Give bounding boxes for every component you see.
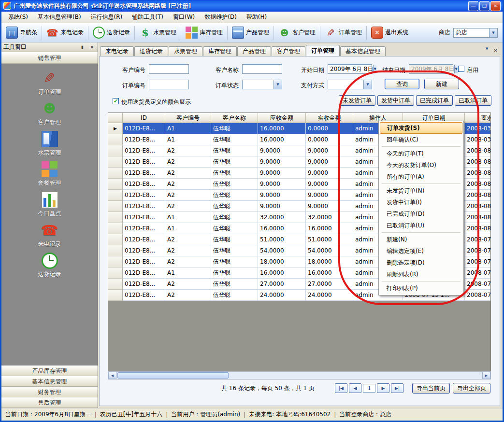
grid-cell[interactable]: A2: [165, 256, 211, 267]
toolbar-button-water-ticket[interactable]: 水票管理: [137, 25, 179, 40]
sidebar-item-1[interactable]: 客户管理: [1, 98, 98, 128]
customer-name-input[interactable]: [242, 64, 282, 74]
grid-cell[interactable]: 伍华聪: [211, 245, 258, 256]
sidebar-item-3[interactable]: 套餐管理: [1, 159, 98, 189]
context-menu-item-4[interactable]: 今天的发货订单(O): [380, 159, 462, 171]
row-header[interactable]: [108, 256, 123, 267]
current-page-input[interactable]: [363, 384, 375, 393]
row-header[interactable]: [108, 279, 123, 290]
grid-cell[interactable]: 012D-E8...: [123, 190, 165, 201]
grid-cell[interactable]: 16.0000: [258, 123, 306, 134]
scroll-right-icon[interactable]: ▶: [482, 372, 490, 379]
grid-cell[interactable]: 伍华聪: [211, 290, 258, 301]
row-header[interactable]: [108, 212, 123, 223]
grid-cell[interactable]: 16.0000: [258, 223, 306, 234]
grid-cell[interactable]: 伍华聪: [211, 156, 258, 168]
tab-3[interactable]: 库存管理: [203, 46, 237, 56]
grid-cell[interactable]: A2: [165, 290, 211, 301]
next-page-button[interactable]: ▶: [377, 383, 389, 393]
grid-cell[interactable]: 9.0000: [258, 190, 306, 201]
grid-cell[interactable]: A2: [165, 190, 211, 201]
grid-cell[interactable]: 012D-E8...: [123, 267, 165, 279]
grid-cell[interactable]: 2008-03-0...: [465, 123, 491, 134]
grid-cell[interactable]: 9.0000: [306, 179, 353, 190]
grid-cell[interactable]: 32.0000: [306, 212, 353, 223]
toolbar-button-exit[interactable]: 退出系统: [369, 25, 411, 40]
enable-checkbox[interactable]: [458, 66, 464, 72]
close-icon[interactable]: [490, 1, 501, 11]
grid-cell[interactable]: 2008-03-0...: [465, 134, 491, 145]
grid-cell[interactable]: 2008-08-1...: [465, 145, 491, 156]
grid-cell[interactable]: 9.0000: [258, 145, 306, 156]
tab-7[interactable]: 基本信息管理: [340, 46, 386, 56]
close-icon[interactable]: [88, 43, 96, 51]
prev-page-button[interactable]: ◀: [349, 383, 361, 393]
sidebar-item-2[interactable]: 水票管理: [1, 128, 98, 159]
chevron-down-icon[interactable]: [274, 80, 282, 89]
toolbar-button-call-log[interactable]: 来电记录: [44, 25, 86, 40]
export-all-pages-button[interactable]: 导出全部页: [453, 383, 490, 394]
column-header-2[interactable]: 客户名称: [211, 113, 258, 123]
grid-cell[interactable]: 伍华聪: [211, 123, 258, 134]
row-header[interactable]: [108, 234, 123, 245]
grid-cell[interactable]: A1: [165, 134, 211, 145]
maximize-icon[interactable]: [479, 1, 490, 11]
chevron-down-icon[interactable]: [373, 65, 376, 73]
context-menu-item-9[interactable]: 已完成订单(D): [380, 208, 462, 220]
row-header[interactable]: [108, 134, 123, 145]
scroll-left-icon[interactable]: ◀: [108, 372, 116, 379]
context-menu-item-0[interactable]: 订单发货(S): [380, 122, 462, 134]
start-date-picker[interactable]: 2009年 6月 8日: [328, 64, 372, 74]
row-header[interactable]: [108, 123, 123, 134]
column-header-0[interactable]: ID: [123, 113, 165, 123]
grid-cell[interactable]: 012D-E8...: [123, 245, 165, 256]
grid-cell[interactable]: 18.0000: [306, 256, 353, 267]
context-menu-item-8[interactable]: 发货中订单(I): [380, 197, 462, 208]
status-filter-button-3[interactable]: 已取消订单: [455, 95, 491, 106]
column-header-1[interactable]: 客户编号: [165, 113, 211, 123]
query-button[interactable]: 查询: [385, 79, 419, 89]
pin-icon[interactable]: [79, 43, 86, 51]
minimize-icon[interactable]: [468, 1, 478, 11]
grid-cell[interactable]: A2: [165, 234, 211, 245]
grid-cell[interactable]: 伍华聪: [211, 134, 258, 145]
grid-cell[interactable]: A1: [165, 212, 211, 223]
grid-cell[interactable]: 32.0000: [258, 212, 306, 223]
grid-cell[interactable]: A1: [165, 123, 211, 134]
grid-cell[interactable]: 0.0000: [306, 123, 353, 134]
chevron-down-icon[interactable]: [363, 80, 372, 89]
grid-cell[interactable]: A2: [165, 179, 211, 190]
grid-cell[interactable]: A1: [165, 267, 211, 279]
sidebar-item-0[interactable]: 订单管理: [1, 68, 98, 98]
context-menu-item-3[interactable]: 今天的订单(T): [380, 148, 462, 159]
grid-cell[interactable]: 9.0000: [306, 190, 353, 201]
grid-cell[interactable]: 2008-08-0...: [465, 201, 491, 212]
last-page-button[interactable]: ▶|: [391, 383, 403, 393]
tab-4[interactable]: 产品管理: [237, 46, 271, 56]
menu-item-1[interactable]: 基本信息管理(B): [33, 11, 86, 23]
close-icon[interactable]: [494, 47, 498, 54]
grid-cell[interactable]: A2: [165, 168, 211, 179]
tab-2[interactable]: 水票管理: [169, 46, 202, 56]
tab-6[interactable]: 订单管理: [306, 45, 340, 56]
order-no-input[interactable]: [149, 80, 189, 89]
grid-cell[interactable]: 9.0000: [258, 201, 306, 212]
grid-cell[interactable]: 2008-08-1...: [465, 168, 491, 179]
grid-cell[interactable]: 012D-E8...: [123, 123, 165, 134]
grid-cell[interactable]: 51.0000: [306, 234, 353, 245]
menu-item-5[interactable]: 数据维护(D): [200, 11, 242, 23]
grid-cell[interactable]: 16.0000: [258, 267, 306, 279]
context-menu-item-1[interactable]: 回单确认(C): [380, 134, 462, 145]
status-filter-button-0[interactable]: 未发货订单: [339, 95, 375, 106]
grid-cell[interactable]: 012D-E8...: [123, 290, 165, 301]
grid-cell[interactable]: A2: [165, 245, 211, 256]
grid-cell[interactable]: 2008-07-2...: [465, 234, 491, 245]
grid-cell[interactable]: 16.0000: [306, 223, 353, 234]
menu-item-2[interactable]: 运行信息(R): [86, 11, 128, 23]
grid-cell[interactable]: 伍华聪: [211, 267, 258, 279]
menu-item-4[interactable]: 窗口(W): [168, 11, 200, 23]
row-header[interactable]: [108, 290, 123, 301]
end-date-picker[interactable]: 2009年 6月 8日: [409, 64, 453, 74]
grid-cell[interactable]: 012D-E8...: [123, 179, 165, 190]
grid-cell[interactable]: 9.0000: [306, 156, 353, 168]
